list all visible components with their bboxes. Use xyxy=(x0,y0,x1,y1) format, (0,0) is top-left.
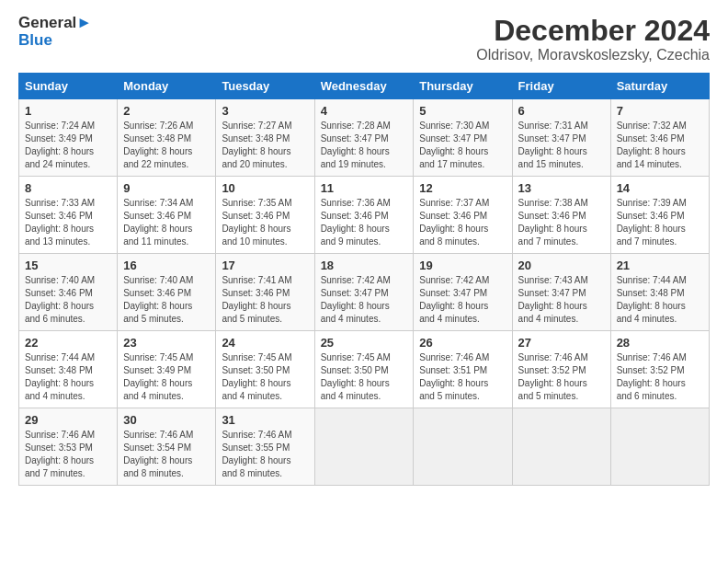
day-number: 31 xyxy=(222,413,308,427)
day-number: 27 xyxy=(518,336,605,350)
col-sunday: Sunday xyxy=(19,74,118,99)
day-info: Sunrise: 7:42 AM Sunset: 3:47 PM Dayligh… xyxy=(321,274,408,326)
day-number: 20 xyxy=(518,259,605,272)
table-row: 7 Sunrise: 7:32 AM Sunset: 3:46 PM Dayli… xyxy=(610,99,709,177)
table-row: 12 Sunrise: 7:37 AM Sunset: 3:46 PM Dayl… xyxy=(414,177,512,254)
day-info: Sunrise: 7:34 AM Sunset: 3:46 PM Dayligh… xyxy=(123,197,210,248)
day-info: Sunrise: 7:40 AM Sunset: 3:46 PM Dayligh… xyxy=(123,274,210,326)
day-number: 6 xyxy=(518,104,605,118)
table-row: 19 Sunrise: 7:42 AM Sunset: 3:47 PM Dayl… xyxy=(414,254,512,331)
day-number: 17 xyxy=(222,259,308,272)
calendar-week-row: 29 Sunrise: 7:46 AM Sunset: 3:53 PM Dayl… xyxy=(19,408,710,486)
table-row: 18 Sunrise: 7:42 AM Sunset: 3:47 PM Dayl… xyxy=(314,254,414,331)
day-info: Sunrise: 7:44 AM Sunset: 3:48 PM Dayligh… xyxy=(25,351,111,403)
day-info: Sunrise: 7:37 AM Sunset: 3:46 PM Dayligh… xyxy=(419,197,506,248)
calendar-week-row: 22 Sunrise: 7:44 AM Sunset: 3:48 PM Dayl… xyxy=(19,331,710,408)
col-tuesday: Tuesday xyxy=(216,74,314,99)
table-row: 2 Sunrise: 7:26 AM Sunset: 3:48 PM Dayli… xyxy=(118,99,216,177)
logo: General► Blue xyxy=(18,15,92,49)
table-row: 26 Sunrise: 7:46 AM Sunset: 3:51 PM Dayl… xyxy=(414,331,512,408)
day-number: 25 xyxy=(321,336,408,350)
day-info: Sunrise: 7:44 AM Sunset: 3:48 PM Dayligh… xyxy=(617,274,703,326)
day-info: Sunrise: 7:30 AM Sunset: 3:47 PM Dayligh… xyxy=(419,120,506,171)
day-info: Sunrise: 7:40 AM Sunset: 3:46 PM Dayligh… xyxy=(25,274,111,326)
day-number: 12 xyxy=(419,181,506,195)
table-row: 22 Sunrise: 7:44 AM Sunset: 3:48 PM Dayl… xyxy=(19,331,118,408)
table-row: 3 Sunrise: 7:27 AM Sunset: 3:48 PM Dayli… xyxy=(216,99,314,177)
page-subtitle: Oldrisov, Moravskoslezsky, Czechia xyxy=(476,47,710,63)
logo-text-general: General► xyxy=(18,15,92,32)
day-number: 29 xyxy=(25,413,111,427)
day-number: 28 xyxy=(617,336,703,350)
table-row: 4 Sunrise: 7:28 AM Sunset: 3:47 PM Dayli… xyxy=(314,99,414,177)
calendar-table: Sunday Monday Tuesday Wednesday Thursday… xyxy=(18,73,710,486)
col-monday: Monday xyxy=(118,74,216,99)
table-row: 30 Sunrise: 7:46 AM Sunset: 3:54 PM Dayl… xyxy=(118,408,216,486)
table-row xyxy=(512,408,610,486)
day-number: 9 xyxy=(123,181,210,195)
day-info: Sunrise: 7:46 AM Sunset: 3:51 PM Dayligh… xyxy=(419,351,506,403)
day-info: Sunrise: 7:45 AM Sunset: 3:50 PM Dayligh… xyxy=(222,351,308,403)
table-row: 13 Sunrise: 7:38 AM Sunset: 3:46 PM Dayl… xyxy=(512,177,610,254)
day-number: 16 xyxy=(123,259,210,272)
day-number: 30 xyxy=(123,413,210,427)
calendar-week-row: 1 Sunrise: 7:24 AM Sunset: 3:49 PM Dayli… xyxy=(19,99,710,177)
day-number: 4 xyxy=(321,104,408,118)
day-info: Sunrise: 7:36 AM Sunset: 3:46 PM Dayligh… xyxy=(321,197,408,248)
table-row: 27 Sunrise: 7:46 AM Sunset: 3:52 PM Dayl… xyxy=(512,331,610,408)
day-number: 23 xyxy=(123,336,210,350)
day-number: 14 xyxy=(617,181,703,195)
table-row: 10 Sunrise: 7:35 AM Sunset: 3:46 PM Dayl… xyxy=(216,177,314,254)
table-row: 21 Sunrise: 7:44 AM Sunset: 3:48 PM Dayl… xyxy=(610,254,709,331)
day-info: Sunrise: 7:46 AM Sunset: 3:53 PM Dayligh… xyxy=(25,429,111,480)
day-number: 3 xyxy=(222,104,308,118)
page-header: General► Blue December 2024 Oldrisov, Mo… xyxy=(18,15,710,63)
table-row: 14 Sunrise: 7:39 AM Sunset: 3:46 PM Dayl… xyxy=(610,177,709,254)
table-row xyxy=(314,408,414,486)
day-info: Sunrise: 7:27 AM Sunset: 3:48 PM Dayligh… xyxy=(222,120,308,171)
calendar-header-row: Sunday Monday Tuesday Wednesday Thursday… xyxy=(19,74,710,99)
table-row: 25 Sunrise: 7:45 AM Sunset: 3:50 PM Dayl… xyxy=(314,331,414,408)
col-saturday: Saturday xyxy=(610,74,709,99)
table-row: 15 Sunrise: 7:40 AM Sunset: 3:46 PM Dayl… xyxy=(19,254,118,331)
day-number: 8 xyxy=(25,181,111,195)
calendar-week-row: 15 Sunrise: 7:40 AM Sunset: 3:46 PM Dayl… xyxy=(19,254,710,331)
day-info: Sunrise: 7:46 AM Sunset: 3:52 PM Dayligh… xyxy=(617,351,703,403)
day-info: Sunrise: 7:32 AM Sunset: 3:46 PM Dayligh… xyxy=(617,120,703,171)
col-wednesday: Wednesday xyxy=(314,74,414,99)
day-number: 11 xyxy=(321,181,408,195)
day-info: Sunrise: 7:43 AM Sunset: 3:47 PM Dayligh… xyxy=(518,274,605,326)
day-info: Sunrise: 7:45 AM Sunset: 3:50 PM Dayligh… xyxy=(321,351,408,403)
day-number: 18 xyxy=(321,259,408,272)
day-info: Sunrise: 7:46 AM Sunset: 3:55 PM Dayligh… xyxy=(222,429,308,480)
table-row xyxy=(414,408,512,486)
day-info: Sunrise: 7:24 AM Sunset: 3:49 PM Dayligh… xyxy=(25,120,111,171)
day-info: Sunrise: 7:46 AM Sunset: 3:52 PM Dayligh… xyxy=(518,351,605,403)
day-number: 5 xyxy=(419,104,506,118)
table-row: 29 Sunrise: 7:46 AM Sunset: 3:53 PM Dayl… xyxy=(19,408,118,486)
day-info: Sunrise: 7:38 AM Sunset: 3:46 PM Dayligh… xyxy=(518,197,605,248)
table-row: 1 Sunrise: 7:24 AM Sunset: 3:49 PM Dayli… xyxy=(19,99,118,177)
day-info: Sunrise: 7:39 AM Sunset: 3:46 PM Dayligh… xyxy=(617,197,703,248)
table-row: 8 Sunrise: 7:33 AM Sunset: 3:46 PM Dayli… xyxy=(19,177,118,254)
day-number: 22 xyxy=(25,336,111,350)
day-number: 26 xyxy=(419,336,506,350)
calendar-week-row: 8 Sunrise: 7:33 AM Sunset: 3:46 PM Dayli… xyxy=(19,177,710,254)
day-number: 2 xyxy=(123,104,210,118)
table-row: 20 Sunrise: 7:43 AM Sunset: 3:47 PM Dayl… xyxy=(512,254,610,331)
day-info: Sunrise: 7:45 AM Sunset: 3:49 PM Dayligh… xyxy=(123,351,210,403)
day-number: 19 xyxy=(419,259,506,272)
day-number: 10 xyxy=(222,181,308,195)
table-row: 24 Sunrise: 7:45 AM Sunset: 3:50 PM Dayl… xyxy=(216,331,314,408)
logo-text-blue: Blue xyxy=(18,32,92,50)
day-number: 24 xyxy=(222,336,308,350)
day-info: Sunrise: 7:46 AM Sunset: 3:54 PM Dayligh… xyxy=(123,429,210,480)
day-number: 1 xyxy=(25,104,111,118)
day-number: 21 xyxy=(617,259,703,272)
table-row: 16 Sunrise: 7:40 AM Sunset: 3:46 PM Dayl… xyxy=(118,254,216,331)
col-thursday: Thursday xyxy=(414,74,512,99)
day-number: 13 xyxy=(518,181,605,195)
table-row: 17 Sunrise: 7:41 AM Sunset: 3:46 PM Dayl… xyxy=(216,254,314,331)
table-row: 6 Sunrise: 7:31 AM Sunset: 3:47 PM Dayli… xyxy=(512,99,610,177)
day-info: Sunrise: 7:35 AM Sunset: 3:46 PM Dayligh… xyxy=(222,197,308,248)
